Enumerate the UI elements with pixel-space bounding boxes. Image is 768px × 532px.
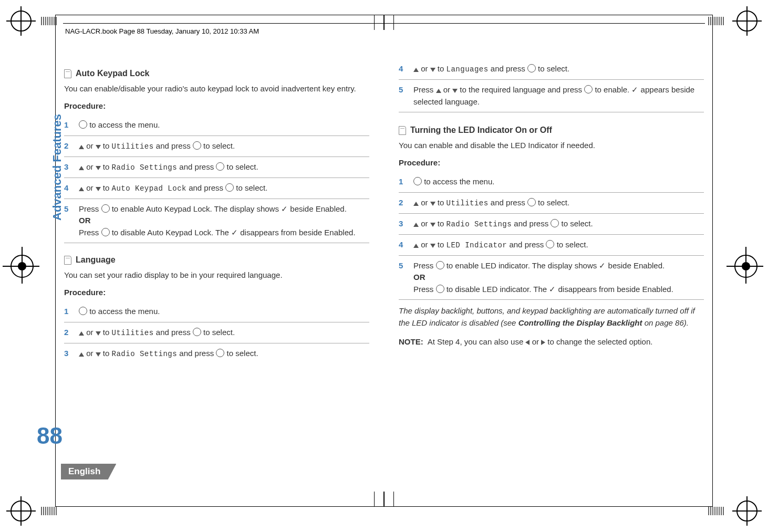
ok-button-icon <box>527 64 536 72</box>
ok-button-icon <box>584 85 593 93</box>
checkmark-icon: ✓ <box>599 261 606 270</box>
procedure-step: 3 or to Radio Settings and press to sele… <box>64 343 369 364</box>
right-column: 4 or to Languages and press to select. 5… <box>399 63 704 364</box>
step-number: 4 <box>399 239 403 251</box>
page-number: 88 <box>37 423 63 449</box>
step-number: 1 <box>64 119 68 131</box>
note-label: NOTE: <box>399 336 423 348</box>
up-arrow-icon <box>79 145 84 149</box>
up-arrow-icon <box>79 352 84 357</box>
step-number: 5 <box>399 260 403 272</box>
menu-item: Utilities <box>447 199 489 207</box>
crop-mark-bottom-left <box>11 500 32 521</box>
document-icon <box>64 69 71 78</box>
procedure-label: Procedure: <box>64 100 369 112</box>
procedure-step: 5 Press to enable Auto Keypad Lock. The … <box>64 199 369 244</box>
up-arrow-icon <box>413 223 419 227</box>
ok-button-icon <box>551 219 559 227</box>
procedure-list-led-indicator: 1 to access the menu. 2 or to Utilities … <box>399 172 704 300</box>
header-rule <box>63 23 705 24</box>
ok-button-icon <box>193 328 201 336</box>
top-notch <box>374 15 394 30</box>
ok-button-icon <box>101 204 110 213</box>
header-text: NAG-LACR.book Page 88 Tuesday, January 1… <box>65 27 259 35</box>
down-arrow-icon <box>96 352 101 357</box>
step-number: 2 <box>399 197 403 209</box>
up-arrow-icon <box>79 166 84 170</box>
step-number: 5 <box>64 203 68 215</box>
menu-item: Utilities <box>112 142 154 151</box>
or-label: OR <box>79 216 91 225</box>
ok-button-icon <box>436 261 444 269</box>
ok-button-icon <box>216 162 224 171</box>
ok-button-icon <box>436 285 444 293</box>
heading-text: Turning the LED Indicator On or Off <box>410 124 552 137</box>
document-icon <box>64 256 71 265</box>
procedure-label: Procedure: <box>399 157 704 169</box>
procedure-step: 2 or to Utilities and press to select. <box>64 136 369 157</box>
step-number: 4 <box>399 63 403 75</box>
menu-item: Radio Settings <box>447 220 512 228</box>
up-arrow-icon <box>79 187 84 191</box>
sidebar-section-label: Advanced Features <box>50 114 64 221</box>
crop-mark-bottom-right <box>736 500 757 521</box>
step-number: 5 <box>399 84 403 96</box>
down-arrow-icon <box>430 202 435 206</box>
menu-item: Radio Settings <box>112 163 178 172</box>
step-text: to access the menu. <box>87 120 160 129</box>
checkmark-icon: ✓ <box>231 228 238 237</box>
down-arrow-icon <box>96 331 101 336</box>
crop-mark-top-left <box>11 11 32 32</box>
menu-item: Radio Settings <box>112 350 178 358</box>
procedure-step: 4 or to Auto Keypad Lock and press to se… <box>64 178 369 199</box>
heading-text: Language <box>76 254 116 266</box>
down-arrow-icon <box>430 244 435 248</box>
ok-button-icon <box>101 228 110 236</box>
bottom-notch <box>374 492 394 507</box>
procedure-step: 5 Press to enable LED indicator. The dis… <box>399 256 704 300</box>
checkmark-icon: ✓ <box>631 85 638 94</box>
main-content: Auto Keypad Lock You can enable/disable … <box>64 63 704 364</box>
section-heading-led-indicator: Turning the LED Indicator On or Off <box>399 124 704 137</box>
menu-item: Utilities <box>112 329 154 337</box>
section-description: You can enable/disable your radio's auto… <box>64 83 369 95</box>
procedure-step: 1 to access the menu. <box>399 172 704 193</box>
checkmark-icon: ✓ <box>549 285 556 294</box>
section-description: You can enable and disable the LED Indic… <box>399 140 704 152</box>
section-heading-auto-keypad-lock: Auto Keypad Lock <box>64 67 369 80</box>
ok-button-icon <box>216 349 224 357</box>
ok-button-icon <box>546 240 554 248</box>
step-number: 1 <box>399 176 403 188</box>
procedure-step: 2 or to Utilities and press to select. <box>399 193 704 214</box>
ok-button-icon <box>193 141 201 150</box>
procedure-step: 1 to access the menu. <box>64 301 369 322</box>
procedure-label: Procedure: <box>64 287 369 299</box>
section-description: You can set your radio display to be in … <box>64 269 369 281</box>
alignment-mark-left <box>11 255 34 278</box>
cross-reference: Controlling the Display Backlight <box>518 318 642 327</box>
procedure-step: 4 or to LED Indicator and press to selec… <box>399 235 704 256</box>
ok-button-icon <box>527 198 536 206</box>
procedure-list-language-continued: 4 or to Languages and press to select. 5… <box>399 63 704 112</box>
ok-button-icon <box>79 120 87 129</box>
procedure-step: 2 or to Utilities and press to select. <box>64 322 369 343</box>
step-number: 3 <box>64 348 68 360</box>
ok-button-icon <box>225 183 234 192</box>
procedure-step: 1 to access the menu. <box>64 115 369 136</box>
step-number: 3 <box>399 218 403 230</box>
menu-item: Auto Keypad Lock <box>112 184 186 193</box>
up-arrow-icon <box>79 331 84 336</box>
procedure-step: 3 or to Radio Settings and press to sele… <box>399 214 704 235</box>
menu-item: LED Indicator <box>447 241 507 249</box>
right-arrow-icon <box>541 340 545 345</box>
down-arrow-icon <box>430 68 435 72</box>
down-arrow-icon <box>452 89 458 93</box>
menu-item: Languages <box>447 65 489 74</box>
crop-mark-top-right <box>736 11 757 32</box>
procedure-step: 4 or to Languages and press to select. <box>399 63 704 80</box>
procedure-step: 3 or to Radio Settings and press to sele… <box>64 157 369 178</box>
procedure-list-language: 1 to access the menu. 2 or to Utilities … <box>64 301 369 364</box>
heading-text: Auto Keypad Lock <box>76 67 149 80</box>
step-number: 2 <box>64 327 68 339</box>
up-arrow-icon <box>413 68 419 72</box>
